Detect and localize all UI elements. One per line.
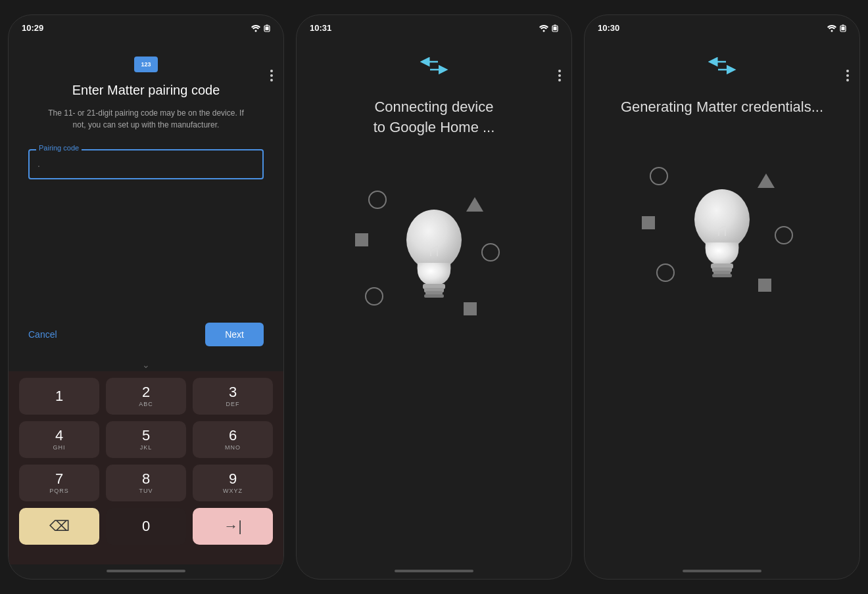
keyboard-row-4: ⌫ 0 →|	[19, 508, 273, 545]
shape-square-ml3	[642, 216, 655, 229]
phone-2: 10:31	[296, 14, 572, 580]
svg-rect-3	[266, 26, 269, 30]
shape-circle-mr	[481, 243, 500, 262]
shape-square-br	[464, 302, 477, 315]
phone3-bulb-scene	[637, 144, 808, 315]
svg-point-0	[255, 30, 257, 32]
phone1-title: Enter Matter pairing code	[72, 83, 220, 98]
pairing-input-label: Pairing code	[36, 144, 82, 152]
key-4[interactable]: 4 GHI	[19, 421, 99, 458]
phone1-subtitle: The 11- or 21-digit pairing code may be …	[47, 107, 245, 131]
battery-icon-2	[552, 24, 558, 32]
phone1-top: 123 Enter Matter pairing code The 11- or…	[9, 37, 283, 312]
wifi-icon-3	[827, 24, 836, 32]
svg-point-21	[694, 189, 750, 250]
phone2-title: Connecting device to Google Home ...	[374, 97, 495, 138]
key-8[interactable]: 8 TUV	[106, 465, 186, 501]
phone2-bulb-scene	[349, 164, 519, 335]
key-2[interactable]: 2 ABC	[106, 378, 186, 415]
keyboard: 1 2 ABC 3 DEF 4 GHI 5 JKL	[9, 371, 283, 564]
keyboard-row-2: 4 GHI 5 JKL 6 MNO	[19, 421, 273, 458]
keyboard-row-1: 1 2 ABC 3 DEF	[19, 378, 273, 415]
shape-circle-mr3	[775, 226, 793, 244]
time-1: 10:29	[22, 23, 43, 33]
bulb-svg-2	[398, 197, 470, 302]
shape-circle-tl3	[650, 167, 668, 185]
svg-rect-14	[424, 294, 444, 298]
svg-point-4	[543, 30, 545, 32]
app-icon-badge: 123	[134, 57, 158, 72]
phone3-content: Generating Matter credentials...	[608, 37, 836, 564]
time-3: 10:30	[598, 23, 619, 33]
pairing-input-container: Pairing code	[28, 149, 264, 179]
key-tab[interactable]: →|	[193, 508, 273, 545]
wifi-icon-1	[251, 24, 260, 32]
phone-1: 10:29 123 Enter Matter pairing code The …	[8, 14, 284, 580]
status-icons-1	[251, 24, 270, 32]
home-indicator-1	[107, 570, 185, 572]
pairing-code-input[interactable]	[37, 160, 254, 171]
time-2: 10:31	[310, 23, 331, 33]
home-indicator-3	[683, 570, 761, 572]
next-button[interactable]: Next	[205, 323, 264, 346]
svg-rect-18	[842, 26, 845, 30]
key-5[interactable]: 5 JKL	[106, 421, 186, 458]
phone3-title: Generating Matter credentials...	[621, 97, 823, 118]
menu-dots-1[interactable]	[270, 70, 273, 81]
connect-arrows-icon-3	[708, 57, 736, 79]
status-bar-3: 10:30	[585, 15, 859, 37]
home-indicator-2	[395, 570, 473, 572]
menu-dots-3[interactable]	[846, 70, 849, 81]
shape-circle-bl	[365, 287, 383, 306]
battery-icon-3	[840, 24, 846, 32]
svg-rect-7	[554, 26, 557, 30]
svg-point-15	[831, 30, 833, 32]
key-7[interactable]: 7 PQRS	[19, 465, 99, 501]
phone1-actions: Cancel Next	[9, 312, 283, 357]
shape-circle-bl3	[656, 263, 675, 282]
status-icons-3	[827, 24, 846, 32]
svg-rect-17	[842, 24, 844, 26]
cancel-button[interactable]: Cancel	[28, 329, 57, 340]
key-backspace[interactable]: ⌫	[19, 508, 99, 545]
key-1[interactable]: 1	[19, 378, 99, 415]
connect-arrows-icon-2	[420, 57, 448, 79]
keyboard-row-3: 7 PQRS 8 TUV 9 WXYZ	[19, 465, 273, 501]
phone-3: 10:30	[584, 14, 860, 580]
shape-triangle-tr3	[758, 173, 775, 188]
key-9[interactable]: 9 WXYZ	[193, 465, 273, 501]
shape-square-ml	[355, 233, 368, 246]
status-icons-2	[539, 24, 558, 32]
status-bar-2: 10:31	[297, 15, 571, 37]
shape-square-br3	[758, 279, 771, 292]
key-6[interactable]: 6 MNO	[193, 421, 273, 458]
svg-rect-2	[266, 24, 268, 26]
phone2-content: Connecting device to Google Home ...	[335, 37, 533, 564]
key-3[interactable]: 3 DEF	[193, 378, 273, 415]
status-bar-1: 10:29	[9, 15, 283, 37]
wifi-icon-2	[539, 24, 548, 32]
svg-rect-25	[712, 274, 732, 277]
key-0[interactable]: 0	[106, 508, 186, 545]
svg-rect-6	[554, 24, 556, 26]
battery-icon-1	[264, 24, 270, 32]
bulb-svg-3	[686, 177, 758, 282]
menu-dots-2[interactable]	[558, 70, 561, 81]
shape-circle-tl	[368, 191, 387, 209]
chevron-down: ⌄	[9, 357, 283, 371]
svg-point-10	[406, 210, 462, 270]
